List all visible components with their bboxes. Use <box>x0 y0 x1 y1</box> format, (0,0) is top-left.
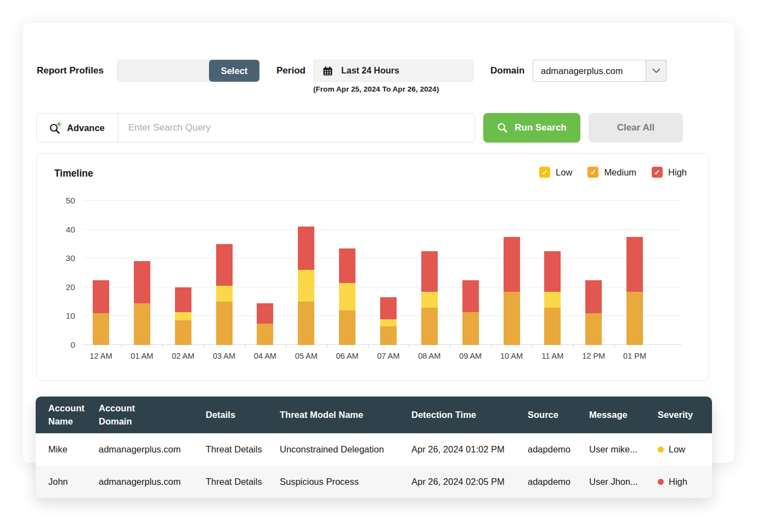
bar-segment-high <box>585 280 602 313</box>
bar-segment-medium <box>421 292 438 308</box>
bar-segment-high <box>257 303 273 324</box>
clear-all-button[interactable]: Clear All <box>589 113 683 143</box>
bar-group <box>490 201 533 345</box>
report-profile-group: Select <box>117 60 259 82</box>
bar-group <box>80 201 122 345</box>
x-axis-tick-label: 02 AM <box>162 352 205 360</box>
table-row: Mikeadmanagerplus.comThreat DetailsUncon… <box>36 433 712 466</box>
bar-segment-high <box>134 261 150 303</box>
cell-message: User mike... <box>589 444 658 455</box>
severity-dot-high <box>658 479 664 485</box>
x-axis-tick-label: 04 AM <box>244 352 286 360</box>
column-header-severity: Severity <box>658 410 712 420</box>
legend-label: High <box>668 167 687 178</box>
bar-stack <box>216 244 233 345</box>
bar-segment-low <box>175 320 191 345</box>
legend-item-low[interactable]: ✓Low <box>539 167 572 178</box>
column-header-account-name: Account Name <box>36 402 99 428</box>
calendar-icon <box>323 66 333 76</box>
bar-stack <box>544 251 561 345</box>
x-axis-tick-mark <box>532 345 533 348</box>
legend-item-medium[interactable]: ✓Medium <box>587 167 636 178</box>
bar-stack <box>585 280 602 345</box>
x-axis-tick-mark <box>450 345 450 348</box>
timeline-title: Timeline <box>54 168 93 179</box>
bar-stack <box>134 261 150 345</box>
bar-segment-low <box>462 312 479 345</box>
x-axis-tick-label: 05 AM <box>285 352 327 360</box>
bar-stack <box>421 251 438 345</box>
y-axis-tick-label: 20 <box>50 282 75 292</box>
x-axis-tick-label: 12 PM <box>572 352 615 360</box>
x-axis-tick-label: 10 AM <box>490 352 533 360</box>
domain-select[interactable]: admanagerplus.com <box>533 60 666 82</box>
bar-group <box>531 201 574 345</box>
search-query-input[interactable] <box>118 114 474 142</box>
bar-segment-low <box>339 310 355 345</box>
column-header-account-domain: Account Domain <box>99 402 206 428</box>
chart-legend: ✓Low✓Medium✓High <box>539 167 687 178</box>
x-axis-tick-mark <box>573 345 574 348</box>
bar-segment-low <box>421 308 438 345</box>
bar-segment-high <box>626 237 643 292</box>
advanced-search-icon <box>49 122 61 134</box>
advance-search-button[interactable]: Advance <box>37 114 118 142</box>
search-bar: Advance <box>36 113 475 143</box>
bar-segment-low <box>626 292 643 345</box>
column-header-details: Details <box>206 410 280 420</box>
cell-source: adapdemo <box>528 444 589 455</box>
cell-threat-model: Unconstrained Delegation <box>280 444 411 455</box>
bar-segment-high <box>380 297 397 319</box>
bar-segment-medium <box>380 319 397 326</box>
bar-segment-high <box>175 287 191 312</box>
bar-stack <box>626 237 643 345</box>
y-axis-tick-label: 30 <box>50 253 75 263</box>
y-axis-tick-label: 50 <box>50 196 75 206</box>
x-axis-tick-label: 03 AM <box>203 352 246 360</box>
select-button[interactable]: Select <box>209 60 259 82</box>
bar-group <box>162 201 205 345</box>
bar-segment-high <box>421 251 438 292</box>
bar-segment-medium <box>298 270 314 302</box>
x-axis-tick-label: 01 PM <box>613 352 656 360</box>
table-row: Johnadmanagerplus.comThreat DetailsSuspi… <box>36 466 712 498</box>
bar-stack <box>93 280 109 345</box>
cell-details[interactable]: Threat Details <box>206 444 280 455</box>
bar-segment-low <box>504 292 520 345</box>
cell-account-name: Mike <box>36 444 99 455</box>
bar-segment-high <box>504 237 520 292</box>
x-axis-tick-mark <box>162 345 163 348</box>
bar-group <box>244 201 286 345</box>
bar-group <box>367 201 410 345</box>
domain-label: Domain <box>490 60 524 82</box>
threats-table: Account NameAccount DomainDetailsThreat … <box>36 397 712 498</box>
cell-message: User Jhon... <box>589 477 658 487</box>
severity-label: Low <box>669 444 685 455</box>
cell-details[interactable]: Threat Details <box>206 477 280 487</box>
x-axis-tick-mark <box>614 345 615 348</box>
run-search-button[interactable]: Run Search <box>483 113 580 143</box>
search-icon <box>497 122 508 133</box>
bar-stack <box>380 297 397 345</box>
plot-area: 0102030405012 AM01 AM02 AM03 AM04 AM05 A… <box>83 201 681 345</box>
period-picker[interactable]: Last 24 Hours <box>313 60 473 82</box>
bar-group <box>121 201 163 345</box>
x-axis-tick-label: 01 AM <box>121 352 163 360</box>
table-header-row: Account NameAccount DomainDetailsThreat … <box>36 397 712 433</box>
cell-account-name: John <box>36 477 99 487</box>
bar-segment-low <box>585 313 602 345</box>
table-body: Mikeadmanagerplus.comThreat DetailsUncon… <box>36 433 712 498</box>
column-header-message: Message <box>589 410 658 420</box>
legend-item-high[interactable]: ✓High <box>652 167 687 178</box>
x-axis-tick-mark <box>327 345 327 348</box>
domain-dropdown-button[interactable] <box>646 60 666 82</box>
legend-label: Medium <box>604 167 636 178</box>
bar-segment-high <box>544 251 561 292</box>
bar-segment-low <box>544 308 561 345</box>
bar-group <box>449 201 492 345</box>
bar-segment-medium <box>544 292 561 308</box>
cell-threat-model: Suspicious Process <box>280 477 411 487</box>
bar-segment-low <box>216 302 233 345</box>
y-axis-tick-label: 0 <box>50 340 75 350</box>
x-axis-tick-mark <box>491 345 492 348</box>
